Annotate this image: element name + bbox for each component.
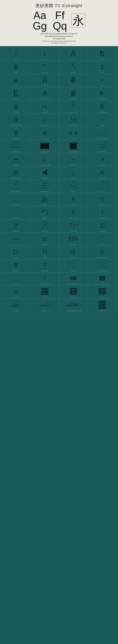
- glyph-compatjamo: 、: [2, 208, 30, 217]
- cell-bopomofo: ㄅ Bopomofo: [88, 193, 116, 206]
- glyph-cyrillicextb: ıє: [31, 234, 58, 243]
- glyph-smallforms: ﹐: [2, 274, 30, 283]
- label-diacritsforsymbols: Diacriticals For Symbols: [10, 125, 22, 126]
- svg-line-13: [100, 147, 101, 148]
- cell-numberforms: ⅓ Number Forms: [59, 114, 88, 127]
- glyph-latinextadd: Ạ: [88, 88, 116, 98]
- cell-cjksymbols: 、 CJK Symbols: [2, 193, 30, 206]
- label-smallforms: Small Forms: [13, 283, 19, 285]
- cell-cyrillicextb: ıє Cyrillic Ext B: [30, 233, 59, 246]
- glyph-enclosedcjk: ア: [31, 221, 58, 230]
- label-controlpics: Control Pictures: [69, 138, 78, 140]
- glyph-grid: ! ASCII ı Latin 1 Sup Ā Latin Ext A ƀ La…: [0, 46, 118, 314]
- label-verticalforms: Vertical Forms: [41, 270, 48, 272]
- cell-cyrillic: е Cyrillic: [2, 74, 30, 87]
- cell-suppunct: ⸀ Sup Punctuation: [2, 180, 30, 193]
- cell-cyrillicexta: 棉 Cyrillic Ext A: [88, 166, 116, 180]
- glyph-miscmatha: ⟀: [31, 155, 58, 164]
- latin-glyphs: Aa Gg Ff Qq: [33, 10, 67, 31]
- cell-phoneticext: È Phonetic Ext: [2, 87, 30, 100]
- label-cjkextf: CJK Ext F: [42, 310, 47, 312]
- cell-halffulls: ！ Half And Full Forms: [30, 272, 59, 286]
- glyph-verticalforms: ？: [31, 260, 58, 270]
- glyph-cyrillicsup: Л: [31, 75, 58, 84]
- label-letterlike: Letterlike Symbols: [40, 125, 49, 126]
- cell-cjkradicalssup: 三 CJK Radicals Sup: [30, 180, 59, 193]
- label-alphabeticpf: Alphabetic PF: [12, 270, 20, 272]
- cell-latin1sup: ı Latin 1 Sup: [30, 48, 59, 61]
- label-latinextadd: Latin Ext Additional: [97, 98, 107, 100]
- bullet-outer: [13, 170, 19, 175]
- label-cyrillicextb: Cyrillic Ext B: [41, 244, 48, 245]
- glyph-latinextb: ƀ: [88, 49, 116, 58]
- dashed-rect: [97, 182, 107, 189]
- glyph-idc: [88, 181, 116, 190]
- glyph-numberforms: ⅓: [60, 115, 87, 124]
- glyph-diacritssup: Ƀ: [60, 88, 87, 98]
- cell-superandsub: ⁰ Super And Sub: [59, 100, 88, 114]
- glyph-boxdrawing: [2, 142, 30, 150]
- label-cjksymbols: CJK Symbols: [12, 204, 19, 206]
- glyph-miscsymbols: [88, 142, 116, 150]
- label-cjkffc: CJK FFC: [13, 310, 18, 312]
- cell-jamoextb: ヰ Jamo Ext B: [59, 246, 88, 259]
- label-latinexta: Latin Ext A: [71, 58, 76, 60]
- label-suparrowsc: Sup Arrows C: [12, 296, 20, 298]
- glyph-katakana: ≡: [60, 194, 87, 204]
- glyph-jamoextb: ヰ: [60, 247, 87, 256]
- cell-latinexta: Ā Latin Ext A: [59, 48, 88, 61]
- label-hangul: Hangul: [43, 257, 46, 258]
- cell-cyrillicsup: Л Cyrillic Sup: [30, 74, 59, 87]
- header-glyphs: Aa Gg Ff Qq 永: [5, 10, 113, 31]
- cell-miscsymbols: Misc Symbols: [88, 140, 116, 153]
- cell-jamoexta: 口 Jamo Ext A: [2, 246, 30, 259]
- glyph-dingbats: ✂: [2, 155, 30, 164]
- label-mathops: Math Operations: [12, 138, 20, 140]
- cell-suparrowsa: ← Sup Arrows A: [59, 153, 88, 166]
- glyph-greekext: a: [2, 102, 30, 111]
- cell-thai: Ƀ Thai: [59, 74, 88, 87]
- cell-latinextc: j Latin Ext C: [59, 166, 88, 180]
- glyph-cjk: —: [2, 234, 30, 243]
- glyph-cjksymbols: 、: [2, 194, 30, 204]
- svg-line-12: [103, 144, 104, 145]
- label-cyrillic: Cyrillic: [14, 85, 18, 86]
- grid-cells: ! ASCII ı Latin 1 Sup Ā Latin Ext A ƀ La…: [2, 48, 116, 312]
- glyph-cjkexta: 北: [88, 221, 116, 230]
- glyph-hangul: 가: [31, 247, 58, 256]
- label-geoshapes: Geometric Shapes: [69, 151, 78, 153]
- glyph-enclosedideosup: [88, 274, 116, 283]
- label-ascii: ASCII: [14, 58, 17, 60]
- glyph-bopomofoext: ≡: [60, 208, 87, 217]
- glyph-halfmarks: ´: [60, 260, 87, 270]
- cell-cjkcompatforms: ： CJK Compat Forms: [88, 259, 116, 272]
- cell-letterlike: – Letterlike Symbols: [30, 114, 59, 127]
- cell-jamo: ⌐ Jamo: [88, 74, 116, 87]
- cell-idc: IDC: [88, 180, 116, 193]
- label-blockelements: Block Elements: [41, 151, 49, 153]
- glyph-cjkcompatideographs: 豆: [88, 247, 116, 256]
- glyph-arrows: ←: [88, 115, 116, 124]
- label-phoneticextsup: Phonetic Ext Sup: [40, 98, 49, 100]
- label-cjkextc: CJK Ext C: [71, 296, 76, 298]
- glyph-phoneticext: È: [2, 88, 30, 98]
- glyph-cjkcompatideographssup: ωΩ⊕□: [60, 300, 87, 310]
- glyph-geoshapes: [60, 142, 87, 150]
- glyph-cyrillic: е: [2, 75, 30, 84]
- glyph-enclosedalphanums: 1: [88, 128, 116, 137]
- glyph-superandsub: ⁰: [60, 102, 87, 111]
- cell-latinextadd: Ạ Latin Ext Additional: [88, 87, 116, 100]
- cell-smallforms: ﹐ Small Forms: [2, 272, 30, 286]
- cell-misctechnical: ⌀ Misc Technical: [30, 127, 59, 140]
- cell-modifier: ʰ Modifier Letters: [30, 61, 59, 74]
- label-boxdrawing: Box Drawing: [13, 151, 19, 153]
- label-enclosedalphnumsup: Enclosed Alphanumeric Sup: [66, 283, 81, 285]
- glyph-latinextc: j: [60, 168, 87, 177]
- cell-ipaext: ɐ IPA Ext: [2, 61, 30, 74]
- font-title: 更紗黑體 TC Extralight: [5, 3, 113, 8]
- cell-diacritssup: Ƀ Diacriticals Sup: [59, 87, 88, 100]
- label-latin1sup: Latin 1 Sup: [42, 58, 47, 60]
- label-latinextb: Latin Ext B: [99, 58, 105, 60]
- label-cjkcompatideographssup: CJK Compat Ideographs Sup: [66, 310, 81, 312]
- label-greek: Greek: [101, 72, 104, 73]
